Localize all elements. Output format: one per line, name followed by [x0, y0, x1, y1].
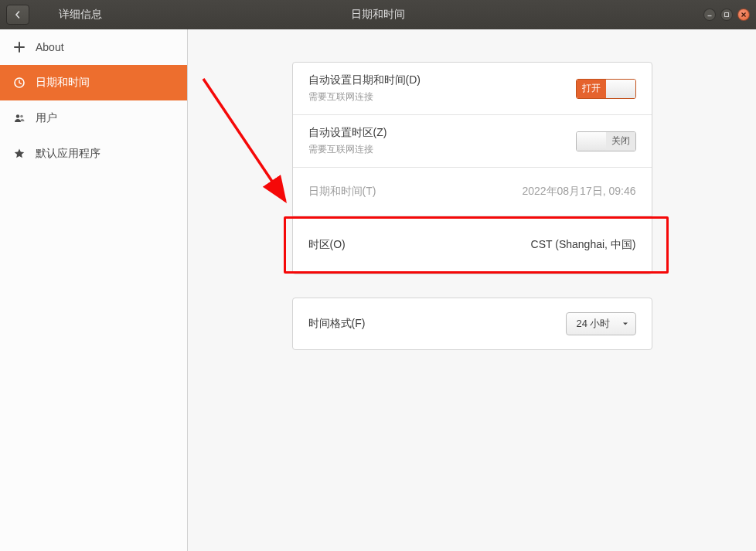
row-label: 自动设置时区(Z): [308, 126, 387, 140]
close-button[interactable]: [737, 9, 750, 21]
maximize-icon: [724, 12, 730, 18]
row-label: 时区(O): [308, 238, 346, 252]
clock-icon: [12, 76, 26, 90]
row-label: 时间格式(F): [308, 317, 366, 331]
datetime-value: 2022年08月17日, 09:46: [522, 185, 635, 199]
row-datetime[interactable]: 日期和时间(T) 2022年08月17日, 09:46: [293, 168, 652, 216]
row-label: 自动设置日期和时间(D): [308, 73, 421, 87]
sidebar-item-about[interactable]: About: [0, 29, 187, 65]
users-icon: [12, 111, 26, 125]
sidebar-item-default-apps[interactable]: 默认应用程序: [0, 136, 187, 172]
minimize-icon: [707, 12, 713, 18]
row-time-format: 时间格式(F) 24 小时: [293, 298, 652, 349]
titlebar: 详细信息 日期和时间: [0, 0, 756, 29]
minimize-button[interactable]: [703, 9, 716, 21]
title-center: 日期和时间: [351, 8, 405, 22]
close-icon: [741, 12, 747, 18]
svg-point-3: [16, 114, 19, 117]
auto-timezone-toggle[interactable]: 关闭: [576, 131, 636, 151]
toggle-knob: [577, 132, 606, 151]
chevron-down-icon: [621, 320, 629, 328]
row-sublabel: 需要互联网连接: [308, 90, 421, 104]
chevron-left-icon: [14, 11, 22, 19]
auto-datetime-toggle[interactable]: 打开: [576, 79, 636, 99]
row-label: 日期和时间(T): [308, 185, 376, 199]
settings-panel-format: 时间格式(F) 24 小时: [292, 298, 652, 350]
time-format-dropdown[interactable]: 24 小时: [566, 312, 635, 335]
toggle-label: 关闭: [606, 132, 635, 151]
row-auto-timezone: 自动设置时区(Z) 需要互联网连接 关闭: [293, 115, 652, 168]
timezone-value: CST (Shanghai, 中国): [531, 238, 636, 252]
title-left: 详细信息: [59, 8, 102, 22]
sidebar-item-label: About: [36, 41, 64, 53]
row-sublabel: 需要互联网连接: [308, 143, 387, 156]
sidebar-item-label: 日期和时间: [36, 76, 90, 90]
settings-panel-main: 自动设置日期和时间(D) 需要互联网连接 打开 自动设置时区(Z) 需要互联网连…: [292, 62, 652, 274]
content-area: 自动设置日期和时间(D) 需要互联网连接 打开 自动设置时区(Z) 需要互联网连…: [188, 29, 756, 551]
star-icon: [12, 147, 26, 161]
dropdown-value: 24 小时: [576, 317, 610, 331]
plus-icon: [12, 40, 26, 54]
sidebar-item-label: 用户: [36, 111, 57, 125]
back-button[interactable]: [6, 5, 29, 25]
sidebar-item-users[interactable]: 用户: [0, 100, 187, 136]
sidebar: About 日期和时间 用户 默认应用程序: [0, 29, 188, 551]
svg-line-5: [203, 79, 285, 201]
sidebar-item-label: 默认应用程序: [36, 147, 100, 161]
maximize-button[interactable]: [720, 9, 733, 21]
svg-point-4: [20, 115, 23, 118]
toggle-label: 打开: [577, 80, 606, 98]
sidebar-item-datetime[interactable]: 日期和时间: [0, 65, 187, 100]
window-controls: [703, 9, 750, 21]
row-auto-datetime: 自动设置日期和时间(D) 需要互联网连接 打开: [293, 63, 652, 115]
row-timezone[interactable]: 时区(O) CST (Shanghai, 中国): [293, 216, 652, 274]
toggle-knob: [606, 80, 635, 98]
svg-rect-1: [725, 13, 729, 17]
